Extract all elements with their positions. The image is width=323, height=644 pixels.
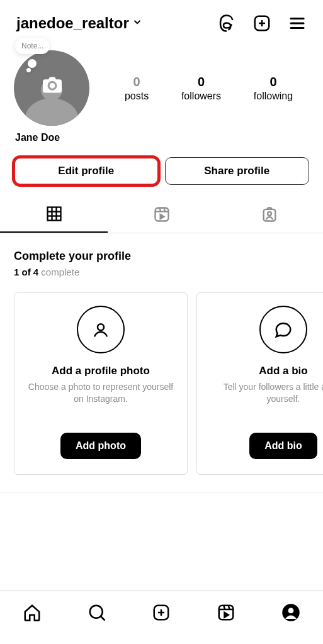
stat-posts-label: posts: [125, 91, 149, 102]
hamburger-menu-icon[interactable]: [288, 14, 307, 33]
svg-point-30: [288, 608, 293, 613]
card-desc: Choose a photo to represent yourself on …: [25, 381, 177, 405]
avatar-placeholder: [14, 50, 89, 126]
card-add-photo: Add a profile photo Choose a photo to re…: [14, 292, 188, 475]
complete-progress-bold: 1 of 4: [14, 267, 38, 277]
svg-rect-11: [155, 208, 168, 221]
card-add-bio: Add a bio Tell your followers a little a…: [196, 292, 323, 475]
svg-marker-28: [225, 613, 229, 618]
tab-reels[interactable]: [108, 199, 215, 233]
add-bio-label: Add bio: [264, 440, 302, 451]
reels-icon: [217, 603, 235, 625]
svg-line-20: [101, 616, 105, 620]
nav-search[interactable]: [88, 603, 106, 625]
profile-stats: 0 posts 0 followers 0 following: [108, 75, 309, 102]
svg-point-17: [268, 212, 271, 216]
profile-action-buttons: Edit profile Share profile: [0, 157, 323, 185]
card-desc: Tell your followers a little about yours…: [207, 381, 323, 405]
profile-tabs: [0, 199, 323, 233]
grid-icon: [45, 205, 63, 225]
plus-square-icon: [152, 603, 171, 625]
add-photo-button[interactable]: Add photo: [60, 433, 141, 459]
search-icon: [88, 603, 106, 625]
tab-grid[interactable]: [0, 199, 108, 233]
add-bio-button[interactable]: Add bio: [249, 433, 317, 459]
onboarding-cards[interactable]: Add a profile photo Choose a photo to re…: [0, 292, 323, 475]
stat-following-value: 0: [254, 75, 293, 89]
home-icon: [23, 603, 42, 625]
header-actions: [217, 14, 307, 33]
share-profile-label: Share profile: [204, 165, 269, 177]
profile-photo-icon: [77, 306, 125, 353]
bottom-nav: [0, 590, 323, 644]
avatar-container[interactable]: Note...: [14, 50, 89, 126]
stat-posts[interactable]: 0 posts: [125, 75, 149, 102]
profile-section: Note... 0 posts 0 followers 0: [0, 50, 323, 143]
stat-followers-value: 0: [181, 75, 221, 89]
note-placeholder: Note...: [21, 42, 43, 50]
username-switcher[interactable]: janedoe_realtor: [16, 14, 143, 32]
display-name: Jane Doe: [14, 132, 309, 143]
complete-progress-rest: complete: [38, 267, 79, 277]
stat-following-label: following: [254, 91, 293, 102]
complete-profile-title: Complete your profile: [14, 250, 309, 263]
threads-icon[interactable]: [217, 14, 236, 33]
tab-tagged[interactable]: [215, 199, 323, 233]
svg-point-19: [90, 605, 103, 618]
create-post-icon[interactable]: [252, 14, 271, 33]
card-title: Add a bio: [259, 365, 307, 377]
edit-profile-button[interactable]: Edit profile: [14, 157, 159, 185]
stat-followers-label: followers: [181, 91, 221, 102]
profile-icon: [281, 603, 300, 625]
reels-icon: [153, 206, 171, 226]
complete-profile-section: Complete your profile 1 of 4 complete: [0, 233, 323, 277]
svg-marker-15: [160, 214, 164, 219]
complete-profile-progress: 1 of 4 complete: [14, 267, 309, 277]
svg-rect-24: [219, 605, 234, 619]
nav-profile[interactable]: [281, 603, 300, 625]
chevron-down-icon: [132, 16, 143, 30]
camera-icon: [43, 77, 62, 96]
stat-following[interactable]: 0 following: [254, 75, 293, 102]
note-bubble[interactable]: Note...: [15, 38, 50, 54]
profile-row: Note... 0 posts 0 followers 0: [14, 50, 309, 126]
add-photo-label: Add photo: [76, 440, 126, 451]
share-profile-button[interactable]: Share profile: [165, 157, 310, 185]
nav-reels[interactable]: [217, 603, 235, 625]
chat-bubble-icon: [259, 306, 307, 353]
edit-profile-label: Edit profile: [58, 165, 114, 177]
tagged-icon: [261, 206, 278, 226]
svg-point-18: [98, 324, 104, 330]
card-title: Add a profile photo: [52, 365, 150, 377]
stat-posts-value: 0: [125, 75, 149, 89]
nav-home[interactable]: [23, 603, 42, 625]
stat-followers[interactable]: 0 followers: [181, 75, 221, 102]
profile-header: janedoe_realtor: [0, 0, 323, 39]
username-text: janedoe_realtor: [16, 14, 129, 32]
nav-create[interactable]: [152, 603, 171, 625]
svg-rect-6: [47, 208, 60, 221]
